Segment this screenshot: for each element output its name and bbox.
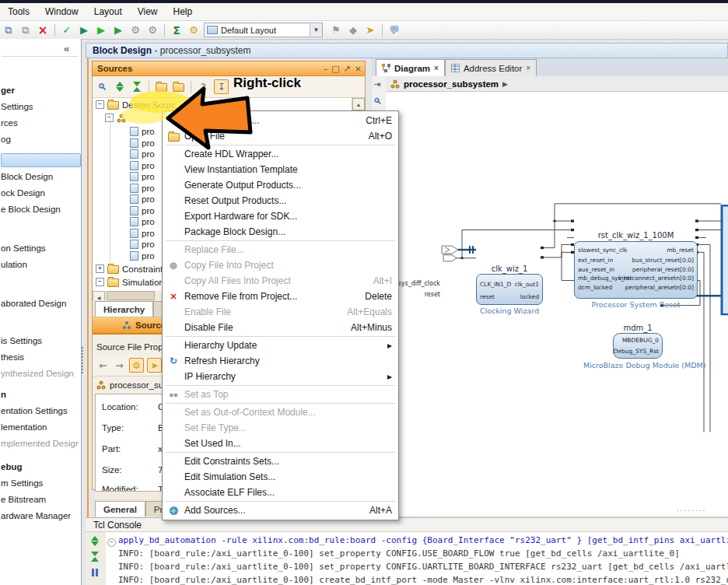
menu-item-create-hdl-wrapper[interactable]: Create HDL Wrapper... [163, 146, 398, 162]
search-icon[interactable]: 🔍︎ [96, 80, 109, 93]
maximize-icon[interactable]: □ [331, 64, 339, 74]
collapse-sidebar-button[interactable]: « [64, 43, 69, 54]
port-clk-in1-d[interactable]: CLK_IN1_D [480, 281, 511, 288]
run-icon[interactable]: ▶ [94, 24, 108, 37]
dock-panel-icon[interactable]: ⇥ [373, 79, 380, 89]
sidebar-item-selected[interactable] [1, 153, 81, 167]
collapse-expander-icon[interactable]: − [96, 100, 104, 109]
sidebar-item-project-manager[interactable]: ger [1, 86, 79, 97]
project-settings-icon[interactable]: ⚙ [145, 24, 159, 37]
open-file-icon[interactable] [155, 80, 168, 93]
back-arrow-icon[interactable]: ← [96, 359, 110, 372]
sidebar-item-bitstream-settings[interactable]: m Settings [1, 478, 79, 490]
menu-item-disable-file[interactable]: Disable FileAlt+Minus [163, 320, 398, 335]
menu-item-hierarchy-update[interactable]: Hierarchy Update▸ [163, 338, 398, 353]
sidebar-splitter[interactable] [82, 347, 83, 373]
run-script-icon[interactable]: ▶ [111, 24, 125, 37]
diagram-breadcrumb[interactable]: processor_subsystem ▶ [386, 76, 728, 92]
scroll-top-icon[interactable] [91, 536, 99, 546]
paste-icon[interactable]: ⧉ [19, 24, 33, 37]
sidebar-item-create-block-design[interactable]: Block Design [1, 172, 79, 184]
menu-help[interactable]: Help [166, 4, 201, 19]
tree-node-ip-child[interactable]: pro [130, 193, 155, 205]
tree-node-constraints[interactable]: + Constraint [96, 263, 163, 275]
tree-node-ip-child[interactable]: pro [130, 159, 155, 171]
tcl-console-output[interactable]: − apply_bd_automation -rule xilinx.com:b… [106, 532, 728, 585]
scrollbar-thumb[interactable] [107, 291, 155, 300]
sidebar-item-add-sources[interactable]: rces [1, 118, 79, 130]
tab-general[interactable]: General [95, 501, 145, 517]
tree-node-simulation[interactable]: − Simulation [96, 276, 164, 288]
minimize-icon[interactable]: – [324, 64, 328, 74]
close-icon[interactable]: × [355, 64, 362, 74]
breadcrumb-chevron-icon[interactable]: ▶ [502, 80, 508, 88]
port-aux-reset-in[interactable]: aux_reset_in [578, 266, 614, 273]
tree-node-ip-child[interactable]: pro [130, 250, 155, 261]
sidebar-item-implementation-settings[interactable]: entation Settings [1, 406, 79, 418]
menu-item-export-hardware-for-sdk[interactable]: Export Hardware for SDK... [163, 208, 398, 224]
collapse-command-icon[interactable]: − [107, 538, 116, 547]
sidebar-item-run-simulation[interactable]: ulation [1, 260, 79, 271]
chevron-down-icon[interactable]: ▼ [310, 24, 322, 36]
sidebar-item-hardware-manager[interactable]: ardware Manager [1, 511, 79, 523]
sidebar-item-run-implementation[interactable]: lementation [1, 422, 79, 434]
close-icon[interactable]: × [526, 64, 530, 72]
tree-node-ip-child[interactable]: pro [130, 182, 155, 194]
feedback-bubble-icon[interactable]: 💬︎ [387, 24, 401, 37]
cursor-tool-icon[interactable]: ➤ [363, 24, 377, 37]
sidebar-item-run-synthesis[interactable]: thesis [1, 352, 79, 364]
port-interconnect-aresetn[interactable]: interconnect_aresetn[0:0] [618, 275, 694, 282]
sidebar-item-generate-block-design[interactable]: e Block Design [1, 205, 79, 216]
sidebar-item-open-block-design[interactable]: ock Design [1, 188, 79, 200]
menu-tools[interactable]: Tools [0, 4, 37, 19]
menu-item-reset-output-products[interactable]: Reset Output Products... [163, 193, 398, 208]
sidebar-item-project-settings[interactable]: Settings [1, 102, 79, 114]
port-reset[interactable]: reset [480, 293, 495, 300]
settings-gears-icon[interactable]: ⚙ [128, 24, 142, 37]
port-ext-reset-in[interactable]: ext_reset_in [578, 257, 613, 264]
add-sources-icon[interactable] [172, 80, 185, 93]
menu-item-edit-simulation-sets[interactable]: Edit Simulation Sets... [163, 469, 398, 485]
zoom-in-icon[interactable]: 🔍︎ [373, 96, 382, 106]
sidebar-item-elaborated-design[interactable]: aborated Design [1, 299, 79, 310]
external-port-reset[interactable]: reset [404, 291, 440, 298]
sidebar-item-ip-catalog[interactable]: og [1, 135, 79, 146]
expand-expander-icon[interactable]: + [96, 264, 104, 273]
splitter-grip[interactable]: ∙∙∙∙∙∙∙∙ [677, 506, 708, 514]
rst-block[interactable]: slowest_sync_clk ext_reset_in aux_reset_… [574, 241, 698, 299]
close-icon[interactable]: × [434, 64, 439, 72]
tab-address-editor[interactable]: Address Editor× [445, 59, 537, 76]
port-dcm-locked[interactable]: dcm_locked [578, 284, 612, 291]
tree-node-ip-child[interactable]: pro [130, 238, 155, 250]
menu-item-associate-elf-files[interactable]: Associate ELF Files... [163, 485, 398, 500]
diamond-icon[interactable]: ◆ [346, 24, 360, 37]
menu-window[interactable]: Window [37, 4, 86, 19]
tree-node-design-sources[interactable]: − Design Sourc [96, 99, 176, 110]
clk-wiz-block[interactable]: CLK_IN1_D reset clk_out1 locked [476, 274, 543, 305]
sidebar-item-generate-bitstream[interactable]: e Bitstream [1, 495, 79, 506]
tree-node-ip-child[interactable]: pro [130, 227, 155, 239]
float-icon[interactable]: ↗ [344, 64, 351, 74]
collapse-expander-icon[interactable]: − [96, 278, 104, 286]
port-locked[interactable]: locked [520, 293, 539, 300]
properties-gear-icon[interactable]: ⚙ [129, 358, 144, 373]
menu-item-generate-output-products[interactable]: Generate Output Products... [163, 177, 398, 193]
forward-arrow-icon[interactable]: → [113, 359, 126, 372]
tab-hierarchy[interactable]: Hierarchy [95, 301, 153, 317]
menu-item-package-block-design[interactable]: Package Block Design... [163, 224, 398, 240]
delete-icon[interactable]: × [36, 24, 50, 37]
port-mbdebug-0[interactable]: MBDEBUG_0 [622, 337, 659, 344]
tree-node-ip-child[interactable]: pro [130, 137, 155, 149]
pin-icon[interactable]: ⚑ [329, 24, 343, 37]
menu-item-node-properties[interactable]: Node Properties...Ctrl+E [163, 113, 398, 128]
sidebar-item-synthesis-settings[interactable]: is Settings [1, 336, 79, 348]
menu-item-remove-file-from-project[interactable]: ×Remove File from Project...Delete [163, 289, 398, 304]
menu-item-set-used-in[interactable]: Set Used In... [163, 436, 398, 451]
port-slowest-sync-clk[interactable]: slowest_sync_clk [578, 247, 627, 254]
menu-layout[interactable]: Layout [86, 4, 130, 19]
tab-diagram[interactable]: Diagram× [376, 59, 445, 76]
scroll-to-selected-icon[interactable]: ↧ [214, 79, 229, 94]
menu-item-edit-constraints-sets[interactable]: Edit Constraints Sets... [163, 454, 398, 469]
pause-output-icon[interactable] [92, 569, 98, 576]
validate-design-icon[interactable]: ✓ [60, 24, 74, 37]
